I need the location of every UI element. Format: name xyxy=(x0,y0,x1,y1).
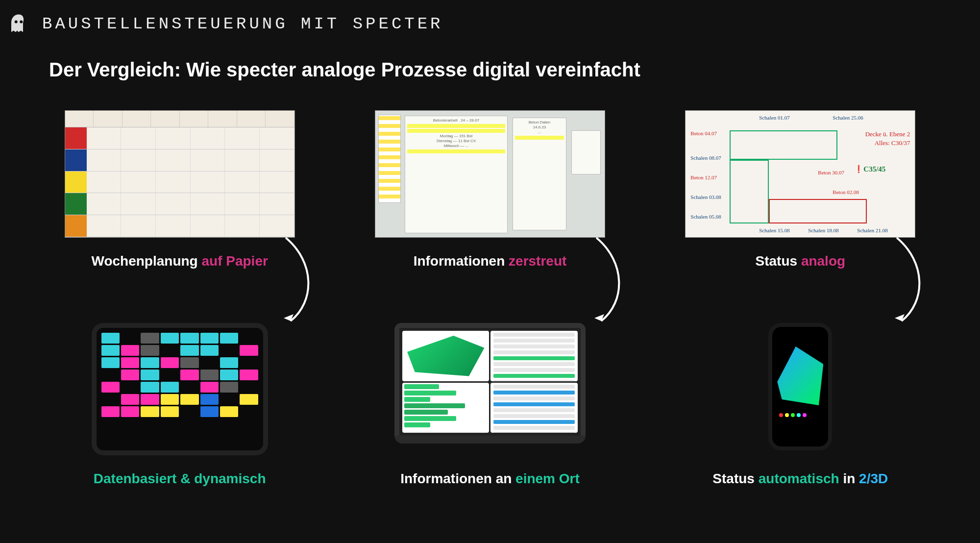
caption-analog-1: Wochenplanung auf Papier xyxy=(54,253,305,269)
digital-phone xyxy=(675,323,926,455)
caption-digital-2: Informationen an einem Ort xyxy=(364,471,615,487)
caption-analog-2: Informationen zerstreut xyxy=(364,253,615,269)
analog-image-scattered: Betonierarbeit 24 – 28.07 Montag — 151 B… xyxy=(364,110,615,238)
digital-laptop xyxy=(364,323,615,455)
ghost-icon xyxy=(10,14,27,34)
page-title: Der Vergleich: Wie specter analoge Proze… xyxy=(49,59,980,81)
digital-tablet xyxy=(54,323,305,455)
analog-image-weekplanning xyxy=(54,110,305,238)
brand-title: BAUSTELLENSTEUERUNG MIT SPECTER xyxy=(42,15,443,33)
caption-analog-3: Status analog xyxy=(675,253,926,269)
caption-digital-3: Status automatisch in 2/3D xyxy=(675,471,926,487)
svg-point-1 xyxy=(20,21,23,24)
analog-image-status: Schalen 01.07 Schalen 25.06 Beton 04.07 … xyxy=(675,110,926,238)
svg-point-0 xyxy=(15,21,18,24)
caption-digital-1: Datenbasiert & dynamisch xyxy=(54,471,305,487)
